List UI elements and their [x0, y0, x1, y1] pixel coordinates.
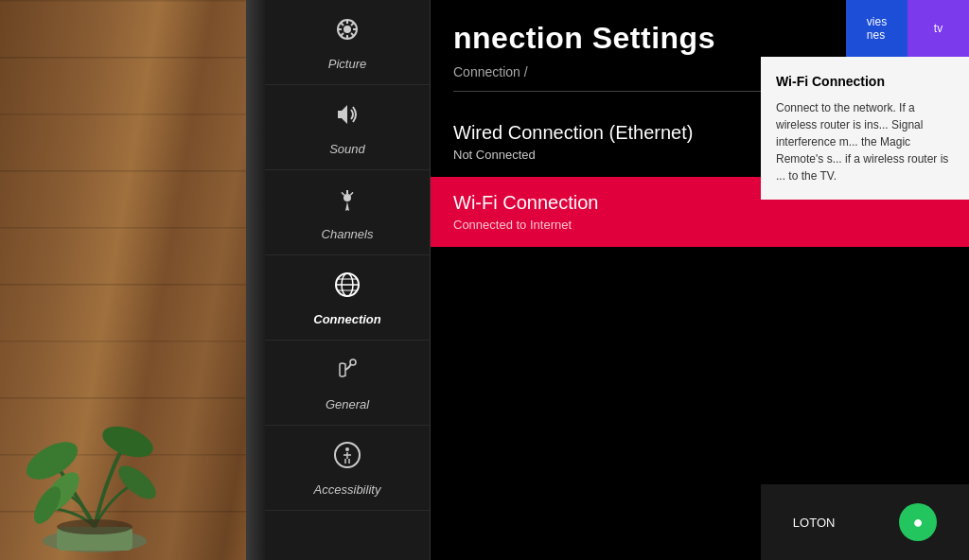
sidebar-item-accessibility[interactable]: Accessibility	[265, 426, 430, 511]
tooltip-title: Wi-Fi Connection	[776, 72, 954, 92]
sidebar-label-sound: Sound	[329, 142, 365, 156]
svg-line-15	[351, 23, 354, 26]
sidebar-item-general[interactable]: General	[265, 341, 430, 426]
picture-icon	[332, 14, 362, 51]
svg-point-7	[57, 519, 132, 534]
sidebar-item-connection[interactable]: Connection	[265, 255, 430, 341]
peloton-label: LOTON	[793, 516, 836, 530]
wifi-tooltip-panel: Wi-Fi Connection Connect to the network.…	[761, 57, 969, 200]
page-title: nnection Settings	[453, 21, 715, 56]
svg-point-19	[344, 194, 351, 201]
sidebar-item-channels[interactable]: Channels	[265, 170, 430, 255]
sidebar-label-connection: Connection	[313, 312, 381, 326]
tooltip-text: Connect to the network. If a wireless ro…	[776, 99, 954, 184]
svg-marker-18	[338, 105, 347, 124]
tv-screen: Picture Sound	[265, 0, 969, 560]
accessibility-icon	[332, 440, 362, 477]
wifi-connection-status: Connected to Internet	[453, 218, 946, 232]
svg-point-30	[345, 447, 349, 451]
sidebar-label-picture: Picture	[328, 57, 366, 71]
bottom-apps-bar: LOTON ●	[761, 484, 969, 560]
app-icon-movies[interactable]: viesnes	[846, 0, 907, 57]
svg-line-22	[350, 192, 353, 195]
sidebar-item-picture[interactable]: Picture	[265, 0, 430, 85]
svg-point-17	[344, 26, 351, 33]
general-icon	[332, 355, 362, 392]
green-app-icon[interactable]: ●	[899, 503, 937, 541]
app-icons-bar: viesnes tv	[846, 0, 969, 57]
sidebar-label-channels: Channels	[322, 227, 374, 241]
sound-icon	[332, 99, 362, 136]
svg-point-5	[114, 460, 162, 505]
app-icon-tv[interactable]: tv	[907, 0, 969, 57]
svg-line-14	[351, 33, 354, 36]
svg-point-28	[350, 359, 356, 365]
settings-sidebar: Picture Sound	[265, 0, 431, 560]
svg-line-16	[341, 33, 344, 36]
tv-edge	[246, 0, 267, 560]
svg-point-3	[98, 420, 157, 463]
channels-icon	[332, 184, 362, 221]
sidebar-label-accessibility: Accessibility	[314, 482, 381, 497]
sidebar-item-sound[interactable]: Sound	[265, 85, 430, 170]
sidebar-label-general: General	[326, 397, 369, 411]
main-content-area: nnection Settings ← Connection / Wired C…	[431, 0, 969, 560]
svg-line-21	[342, 192, 344, 195]
svg-line-13	[341, 23, 344, 26]
connection-icon	[332, 270, 362, 306]
plant-decoration	[0, 352, 237, 560]
